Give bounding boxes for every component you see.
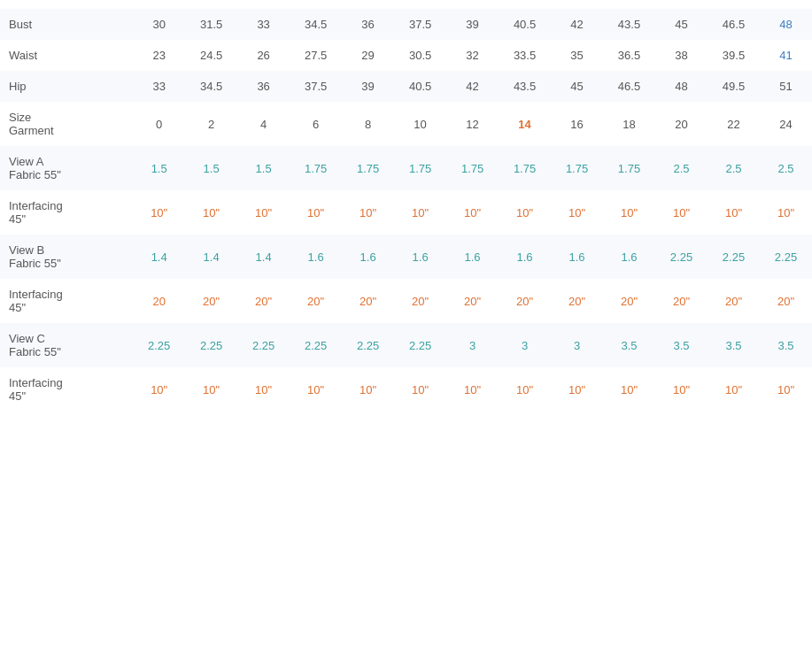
cell-value: 33	[237, 9, 290, 40]
cell-value: 3	[446, 323, 499, 367]
cell-value: 39.5	[708, 40, 760, 71]
cell-value: 30.5	[394, 40, 446, 71]
cell-value: 1.6	[394, 235, 446, 279]
cell-value: 16	[551, 102, 603, 146]
cell-value: 2.25	[133, 323, 185, 367]
table-row: View AFabric 55"1.51.51.51.751.751.751.7…	[0, 146, 812, 190]
cell-value: 20"	[708, 279, 760, 323]
cell-value: 36	[342, 9, 394, 40]
row-label: Bust	[0, 9, 133, 40]
cell-value: 2.25	[185, 323, 237, 367]
cell-value: 1.6	[551, 235, 603, 279]
cell-value: 39	[342, 71, 394, 102]
cell-value: 33.5	[499, 40, 551, 71]
row-label: Waist	[0, 40, 133, 71]
cell-value: 1.75	[342, 146, 394, 190]
cell-value: 2.25	[290, 323, 342, 367]
cell-value: 41	[760, 40, 812, 71]
cell-value: 10"	[603, 190, 655, 235]
cell-value: 24	[760, 102, 812, 146]
cell-value: 2.25	[394, 323, 446, 367]
cell-value: 10"	[499, 190, 551, 235]
cell-value: 37.5	[290, 71, 342, 102]
cell-value: 3.5	[655, 323, 708, 367]
cell-value: 1.6	[342, 235, 394, 279]
row-label: View CFabric 55"	[0, 323, 133, 367]
cell-value: 1.6	[499, 235, 551, 279]
table-row: Interfacing45"2020"20"20"20"20"20"20"20"…	[0, 279, 812, 323]
cell-value: 10"	[394, 367, 446, 412]
cell-value: 1.6	[446, 235, 499, 279]
cell-value: 14	[499, 102, 551, 146]
cell-value: 20"	[760, 279, 812, 323]
cell-value: 3	[551, 323, 603, 367]
cell-value: 37.5	[394, 9, 446, 40]
cell-value: 2.5	[760, 146, 812, 190]
cell-value: 43.5	[603, 9, 655, 40]
cell-value: 10"	[185, 367, 237, 412]
cell-value: 2.25	[760, 235, 812, 279]
cell-value: 20"	[394, 279, 446, 323]
cell-value: 46.5	[603, 71, 655, 102]
cell-value: 10"	[708, 367, 760, 412]
cell-value: 2.5	[655, 146, 708, 190]
cell-value: 29	[342, 40, 394, 71]
cell-value: 1.75	[446, 146, 499, 190]
cell-value: 20	[133, 279, 185, 323]
cell-value: 20	[655, 102, 708, 146]
cell-value: 10"	[655, 190, 708, 235]
cell-value: 20"	[290, 279, 342, 323]
table-row: Waist2324.52627.52930.53233.53536.53839.…	[0, 40, 812, 71]
table-row: Interfacing45"10"10"10"10"10"10"10"10"10…	[0, 367, 812, 412]
cell-value: 10"	[760, 367, 812, 412]
cell-value: 30	[133, 9, 185, 40]
cell-value: 35	[551, 40, 603, 71]
cell-value: 20"	[499, 279, 551, 323]
row-label: View AFabric 55"	[0, 146, 133, 190]
cell-value: 10"	[133, 367, 185, 412]
cell-value: 1.75	[290, 146, 342, 190]
cell-value: 34.5	[185, 71, 237, 102]
cell-value: 33	[133, 71, 185, 102]
cell-value: 10"	[237, 190, 290, 235]
cell-value: 36	[237, 71, 290, 102]
cell-value: 49.5	[708, 71, 760, 102]
cell-value: 43.5	[499, 71, 551, 102]
cell-value: 48	[655, 71, 708, 102]
cell-value: 10	[394, 102, 446, 146]
cell-value: 10"	[185, 190, 237, 235]
cell-value: 45	[551, 71, 603, 102]
cell-value: 1.6	[290, 235, 342, 279]
cell-value: 48	[760, 9, 812, 40]
cell-value: 10"	[290, 190, 342, 235]
cell-value: 10"	[342, 190, 394, 235]
cell-value: 10"	[394, 190, 446, 235]
cell-value: 2.25	[342, 323, 394, 367]
table-row: Interfacing45"10"10"10"10"10"10"10"10"10…	[0, 190, 812, 235]
cell-value: 0	[133, 102, 185, 146]
cell-value: 2	[185, 102, 237, 146]
cell-value: 20"	[603, 279, 655, 323]
cell-value: 20"	[655, 279, 708, 323]
cell-value: 10"	[551, 367, 603, 412]
cell-value: 2.25	[655, 235, 708, 279]
cell-value: 27.5	[290, 40, 342, 71]
table-row: SizeGarment024681012141618202224	[0, 102, 812, 146]
cell-value: 10"	[237, 367, 290, 412]
cell-value: 51	[760, 71, 812, 102]
cell-value: 10"	[342, 367, 394, 412]
cell-value: 1.4	[185, 235, 237, 279]
cell-value: 10"	[708, 190, 760, 235]
cell-value: 1.5	[237, 146, 290, 190]
table-row: View BFabric 55"1.41.41.41.61.61.61.61.6…	[0, 235, 812, 279]
cell-value: 39	[446, 9, 499, 40]
row-label: Interfacing45"	[0, 190, 133, 235]
cell-value: 1.5	[133, 146, 185, 190]
cell-value: 45	[655, 9, 708, 40]
cell-value: 3.5	[760, 323, 812, 367]
cell-value: 2.25	[237, 323, 290, 367]
row-label: View BFabric 55"	[0, 235, 133, 279]
cell-value: 10"	[290, 367, 342, 412]
cell-value: 1.6	[603, 235, 655, 279]
table-row: Hip3334.53637.53940.54243.54546.54849.55…	[0, 71, 812, 102]
